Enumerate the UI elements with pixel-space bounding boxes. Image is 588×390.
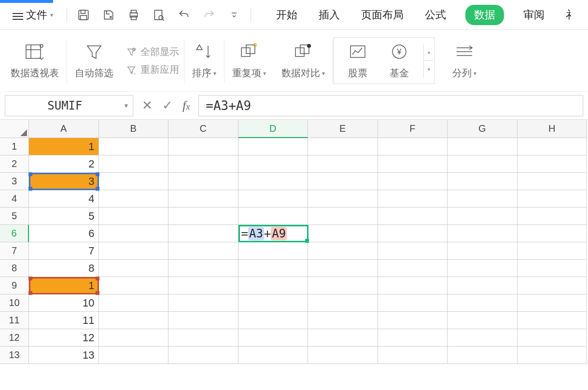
stocks-group[interactable]: 股票	[340, 42, 375, 80]
cell[interactable]	[238, 347, 308, 364]
col-header-E[interactable]: E	[308, 120, 378, 138]
pivot-group[interactable]: 数据透视表	[3, 30, 67, 91]
cell[interactable]	[238, 294, 308, 312]
row-header[interactable]: 5	[0, 208, 29, 225]
cell[interactable]	[168, 277, 238, 294]
cell[interactable]: 1	[29, 277, 99, 294]
cell[interactable]	[448, 138, 518, 155]
cell[interactable]	[238, 208, 308, 225]
cell[interactable]	[378, 277, 448, 294]
cell[interactable]	[238, 312, 308, 329]
cell[interactable]	[238, 329, 308, 347]
redo-icon[interactable]	[202, 8, 216, 22]
cell[interactable]	[378, 225, 448, 242]
row-header[interactable]: 13	[0, 347, 29, 364]
cell[interactable]: 10	[29, 294, 99, 312]
cell[interactable]	[448, 347, 518, 364]
cell[interactable]	[448, 225, 518, 242]
cell[interactable]	[308, 329, 378, 347]
cell[interactable]	[308, 312, 378, 329]
cell[interactable]: 13	[29, 347, 99, 364]
cell[interactable]	[518, 277, 588, 294]
cell[interactable]: =A3+A9	[238, 225, 308, 242]
row-header[interactable]: 1	[0, 138, 29, 155]
cell[interactable]: 6	[29, 225, 99, 242]
accept-icon[interactable]: ✓	[162, 98, 173, 113]
cell[interactable]	[99, 242, 169, 260]
cell[interactable]	[448, 242, 518, 260]
cell[interactable]	[308, 173, 378, 190]
qat-dropdown-icon[interactable]	[227, 8, 241, 22]
cell[interactable]	[168, 138, 238, 155]
cell[interactable]	[518, 208, 588, 225]
cell[interactable]	[378, 155, 448, 173]
row-header[interactable]: 4	[0, 190, 29, 208]
formula-input[interactable]: =A3+A9	[198, 95, 583, 116]
cell[interactable]	[448, 312, 518, 329]
row-header[interactable]: 12	[0, 329, 29, 347]
col-header-B[interactable]: B	[99, 120, 169, 138]
cell[interactable]: 3	[29, 173, 99, 190]
row-header[interactable]: 11	[0, 312, 29, 329]
cell[interactable]	[378, 208, 448, 225]
cell[interactable]	[518, 173, 588, 190]
cell[interactable]: 8	[29, 260, 99, 277]
filter-group[interactable]: 自动筛选	[67, 30, 121, 91]
tab-formula[interactable]: 公式	[423, 5, 448, 25]
cell[interactable]	[238, 277, 308, 294]
preview-icon[interactable]	[152, 8, 166, 22]
cell[interactable]	[238, 155, 308, 173]
row-header[interactable]: 6	[0, 225, 29, 242]
cell[interactable]	[99, 329, 169, 347]
data-type-stepper[interactable]: ▴▾	[423, 43, 434, 78]
cell[interactable]	[518, 138, 588, 155]
tab-layout[interactable]: 页面布局	[359, 5, 406, 25]
fx-icon[interactable]: fx	[182, 98, 190, 113]
split-group[interactable]: 分列▾	[445, 30, 484, 91]
cell[interactable]	[238, 173, 308, 190]
cell[interactable]: 11	[29, 312, 99, 329]
cell[interactable]	[168, 347, 238, 364]
cell[interactable]	[99, 190, 169, 208]
cell[interactable]	[99, 173, 169, 190]
tab-truncated[interactable]: 礻	[564, 5, 578, 25]
cell[interactable]	[308, 155, 378, 173]
cell[interactable]: 5	[29, 208, 99, 225]
cell[interactable]	[168, 208, 238, 225]
col-header-F[interactable]: F	[378, 120, 448, 138]
cell[interactable]	[448, 277, 518, 294]
cell[interactable]	[168, 329, 238, 347]
cell[interactable]	[308, 277, 378, 294]
cell[interactable]	[518, 294, 588, 312]
cell[interactable]	[168, 312, 238, 329]
cell[interactable]	[238, 260, 308, 277]
row-header[interactable]: 3	[0, 173, 29, 190]
cell[interactable]	[378, 138, 448, 155]
tab-review[interactable]: 审阅	[521, 5, 546, 25]
cell[interactable]	[99, 225, 169, 242]
funds-group[interactable]: ¥ 基金	[382, 42, 417, 80]
cell[interactable]	[518, 242, 588, 260]
cell[interactable]	[448, 260, 518, 277]
cell[interactable]	[308, 190, 378, 208]
cell[interactable]	[99, 260, 169, 277]
cell[interactable]	[518, 190, 588, 208]
cell[interactable]	[518, 260, 588, 277]
row-header[interactable]: 2	[0, 155, 29, 173]
undo-icon[interactable]	[177, 8, 191, 22]
save-as-icon[interactable]	[102, 8, 115, 22]
cell[interactable]	[168, 173, 238, 190]
cell[interactable]	[448, 294, 518, 312]
cell[interactable]	[378, 312, 448, 329]
cell[interactable]	[168, 225, 238, 242]
cell[interactable]	[238, 190, 308, 208]
cell[interactable]	[308, 260, 378, 277]
compare-group[interactable]: 数据对比▾	[274, 30, 333, 91]
show-all[interactable]: 全部显示	[126, 45, 179, 58]
cell[interactable]: 2	[29, 155, 99, 173]
cell[interactable]	[99, 294, 169, 312]
cell[interactable]	[168, 155, 238, 173]
cell[interactable]	[238, 242, 308, 260]
cell[interactable]	[238, 138, 308, 155]
cell[interactable]	[168, 190, 238, 208]
